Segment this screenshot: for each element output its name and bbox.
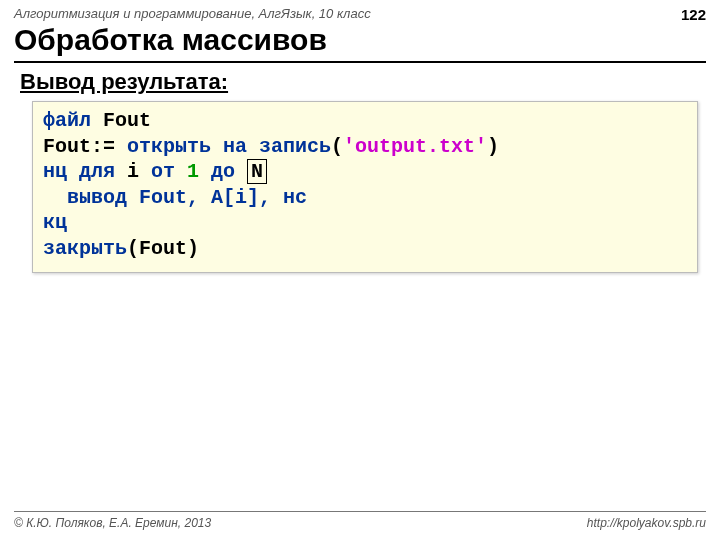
string-literal: 'output.txt' xyxy=(343,135,487,158)
var-i: i xyxy=(127,160,139,183)
course-header: Алгоритмизация и программирование, АлгЯз… xyxy=(14,6,706,21)
paren-close: ) xyxy=(487,135,499,158)
kw-close: закрыть xyxy=(43,237,127,260)
kw-nc: нц xyxy=(43,160,67,183)
assign-lhs: Fout:= xyxy=(43,135,127,158)
copyright-text: © К.Ю. Поляков, Е.А. Еремин, 2013 xyxy=(14,516,211,530)
close-arg: (Fout) xyxy=(127,237,199,260)
var-n-boxed: N xyxy=(247,159,267,184)
paren-open: ( xyxy=(331,135,343,158)
kw-for: для xyxy=(67,160,127,183)
kw-open: открыть на запись xyxy=(127,135,331,158)
page-number: 122 xyxy=(681,6,706,23)
footer-url: http://kpolyakov.spb.ru xyxy=(587,516,706,530)
kw-file: файл xyxy=(43,109,91,132)
var-fout-decl: Fout xyxy=(103,109,151,132)
page-title: Обработка массивов xyxy=(14,23,706,57)
code-block: файл Fout Fout:= открыть на запись('outp… xyxy=(32,101,698,273)
footer: © К.Ю. Поляков, Е.А. Еремин, 2013 http:/… xyxy=(14,511,706,530)
section-subtitle: Вывод результата: xyxy=(20,69,706,95)
output-line: вывод Fout, A[i], нс xyxy=(43,186,307,209)
slide-page: Алгоритмизация и программирование, АлгЯз… xyxy=(0,0,720,540)
kw-to: до xyxy=(199,160,247,183)
title-divider xyxy=(14,61,706,63)
kw-from: от xyxy=(139,160,187,183)
num-1: 1 xyxy=(187,160,199,183)
kw-kc: кц xyxy=(43,211,67,234)
